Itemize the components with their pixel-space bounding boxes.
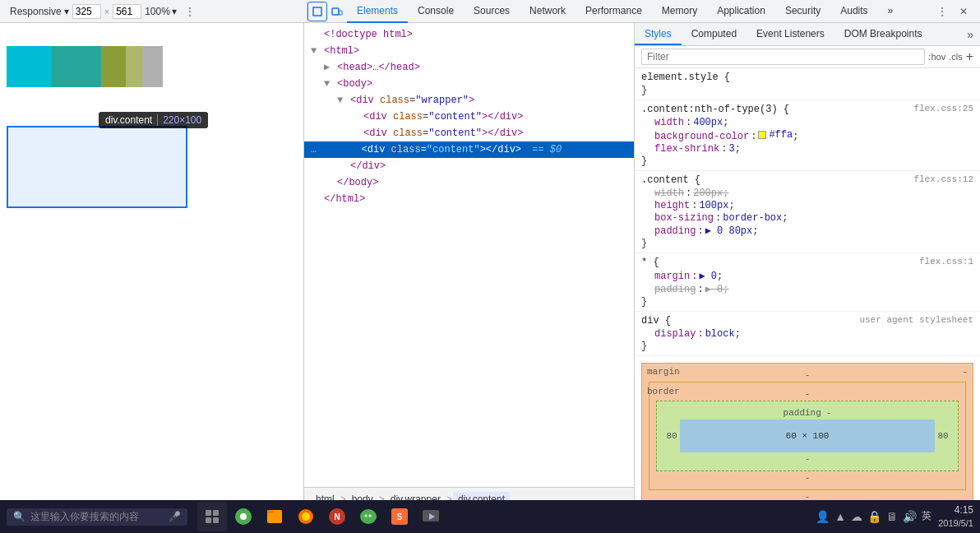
styles-tab-computed[interactable]: Computed: [682, 23, 747, 45]
html-line-body[interactable]: ▼ <body>: [304, 76, 634, 92]
html-line-content2[interactable]: <div class="content"></div>: [304, 125, 634, 141]
search-icon: 🔍: [13, 511, 25, 522]
html-line-doctype[interactable]: <!doctype html>: [304, 26, 634, 43]
tab-application[interactable]: Application: [707, 0, 775, 23]
preview-toolbar: Responsive ▾ × 100% ▾ ⋮: [3, 2, 307, 21]
taskbar-sublime[interactable]: S: [385, 502, 414, 531]
tab-memory[interactable]: Memory: [652, 0, 707, 23]
rule-selector-nth: flex.css:25 .content:nth-of-type(3) {: [641, 104, 973, 115]
device-select[interactable]: Responsive ▾: [10, 6, 69, 17]
devtools-tabs-area: Elements Console Sources Network Perform…: [307, 0, 977, 22]
rule-brace-div: }: [641, 341, 973, 352]
filter-add-button[interactable]: +: [966, 49, 973, 64]
styles-filter-input[interactable]: [641, 49, 925, 65]
tab-network[interactable]: Network: [520, 0, 576, 23]
expand-arrow-body[interactable]: ▼: [324, 76, 330, 91]
filter-hov-button[interactable]: :hov: [928, 52, 945, 62]
rule-selector-content: flex.css:12 .content {: [641, 174, 973, 186]
taskbar-wechat[interactable]: [354, 502, 383, 531]
width-input[interactable]: [72, 4, 101, 19]
prop-padding-content: padding: ▶ 0 80px;: [654, 225, 973, 237]
cloud-icon: ☁: [851, 510, 862, 523]
styles-tab-more[interactable]: »: [960, 28, 980, 41]
inspect-icon[interactable]: [307, 2, 327, 21]
html-line-wrapper[interactable]: ▼ <div class="wrapper">: [304, 92, 634, 109]
more-options-button[interactable]: ⋮: [180, 2, 200, 21]
bm-border-bottom-val: -: [805, 473, 811, 483]
html-line-wrapper-close[interactable]: </div>: [304, 158, 634, 174]
prop-width-nth: width: 400px;: [654, 117, 973, 128]
rule-source-div: user agent stylesheet: [859, 315, 973, 325]
rule-body-nth: width: 400px; background-color: #ffa ; f…: [641, 117, 973, 155]
bm-padding-left-val: 80: [663, 431, 680, 441]
prop-flex-shrink-nth: flex-shrink: 3;: [654, 143, 973, 155]
selected-element-overlay: [7, 126, 187, 208]
taskbar-files[interactable]: [260, 502, 289, 531]
rule-body-div: display: block;: [641, 328, 973, 340]
prop-bgcolor-nth: background-color: #ffa ;: [654, 129, 973, 142]
styles-tab-event-listeners[interactable]: Event Listeners: [747, 23, 834, 45]
expand-arrow-wrapper[interactable]: ▼: [337, 93, 343, 108]
tab-sources[interactable]: Sources: [464, 0, 520, 23]
device-toggle-icon[interactable]: [327, 2, 347, 21]
bm-margin-area: margin - - border - padding -: [641, 363, 973, 509]
bm-padding-label: padding: [784, 408, 821, 418]
tab-security[interactable]: Security: [775, 0, 830, 23]
close-devtools-icon[interactable]: ✕: [954, 2, 973, 21]
rule-source-content[interactable]: flex.css:12: [913, 174, 973, 184]
doctype-text: <!doctype html>: [324, 29, 413, 40]
vpn-icon: 🔒: [867, 510, 881, 523]
filter-cls-button[interactable]: .cls: [949, 52, 963, 62]
taskbar-firefox[interactable]: [291, 502, 321, 531]
styles-tab-dom-breakpoints[interactable]: DOM Breakpoints: [834, 23, 932, 45]
svg-point-12: [302, 512, 310, 521]
tab-more[interactable]: »: [878, 0, 904, 23]
color-swatch-ffa[interactable]: [758, 131, 766, 139]
taskbar-search[interactable]: 🔍 这里输入你要搜索的内容 🎤: [7, 508, 187, 526]
html-line-body-close[interactable]: </body>: [304, 174, 634, 191]
box-model-diagram: margin - - border - padding -: [641, 363, 973, 509]
rule-source-nth[interactable]: flex.css:25: [913, 104, 973, 114]
html-line-html[interactable]: ▼ <html>: [304, 43, 634, 59]
zoom-select[interactable]: 100% ▾: [145, 6, 177, 17]
tooltip-divider: [157, 114, 158, 126]
height-input[interactable]: [113, 4, 141, 19]
html-line-head[interactable]: ▶ <head>…</head>: [304, 59, 634, 76]
bm-margin-top-row: -: [649, 370, 966, 380]
svg-rect-0: [313, 7, 321, 16]
taskbar-media[interactable]: [416, 502, 446, 531]
wrapper-tag-open: <div: [350, 95, 380, 106]
svg-rect-3: [206, 510, 211, 516]
html-line-content1[interactable]: <div class="content"></div>: [304, 109, 634, 125]
expand-arrow-html[interactable]: ▼: [311, 44, 317, 58]
taskbar-clock: 4:15 2019/5/1: [938, 504, 973, 529]
zoom-label: 100%: [145, 6, 170, 17]
html-panel: <!doctype html> ▼ <html> ▶ <head>…</head…: [304, 23, 635, 510]
taskbar-netease[interactable]: N: [322, 502, 352, 531]
tooltip-dimensions: 220×100: [163, 114, 201, 126]
prop-height-content: height: 100px;: [654, 200, 973, 211]
taskbar-taskview[interactable]: [197, 502, 227, 531]
styles-tab-styles[interactable]: Styles: [635, 23, 682, 45]
device-dropdown-icon[interactable]: ▾: [64, 6, 69, 17]
html-line-content3-selected[interactable]: … <div class="content"></div> == $0: [304, 141, 634, 158]
mic-icon: 🎤: [169, 511, 181, 522]
rule-selector-div: user agent stylesheet div {: [641, 315, 973, 327]
taskbar-right: 👤 ▲ ☁ 🔒 🖥 🔊 英 4:15 2019/5/1: [816, 504, 973, 529]
tab-performance[interactable]: Performance: [576, 0, 652, 23]
rule-source-universal[interactable]: flex.css:1: [919, 257, 973, 266]
head-tag: <head>: [337, 62, 372, 73]
settings-icon[interactable]: ⋮: [932, 2, 952, 21]
clock-time: 4:15: [938, 504, 973, 517]
bm-border-bottom-row: -: [656, 473, 959, 483]
rule-brace-element: }: [641, 85, 973, 96]
taskbar-chrome[interactable]: [229, 502, 258, 531]
svg-point-17: [369, 515, 372, 517]
tab-elements[interactable]: Elements: [347, 0, 408, 23]
html-line-html-close[interactable]: </html>: [304, 191, 634, 207]
tab-audits[interactable]: Audits: [830, 0, 877, 23]
expand-arrow-head[interactable]: ▶: [324, 60, 330, 75]
preview-box-teal: [52, 46, 101, 87]
tooltip-element-name: div.content: [105, 114, 152, 126]
tab-console[interactable]: Console: [408, 0, 464, 23]
